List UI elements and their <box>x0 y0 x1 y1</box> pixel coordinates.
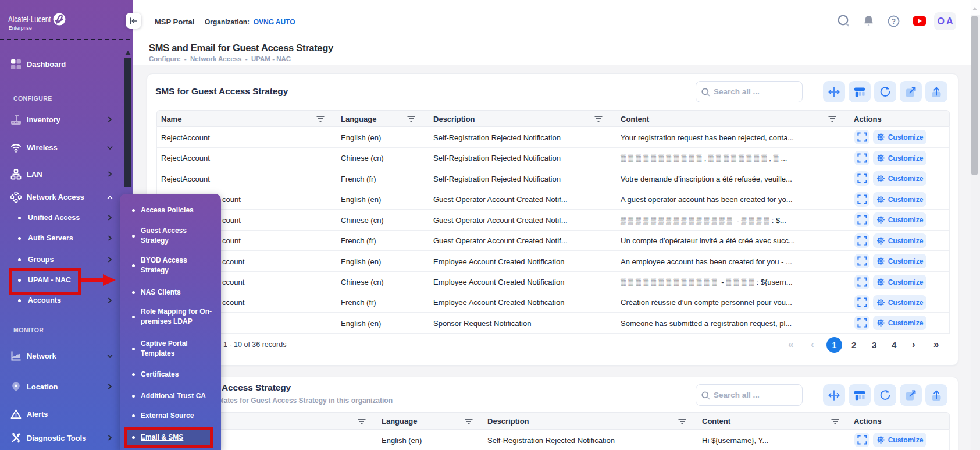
svg-text:?: ? <box>892 17 896 26</box>
